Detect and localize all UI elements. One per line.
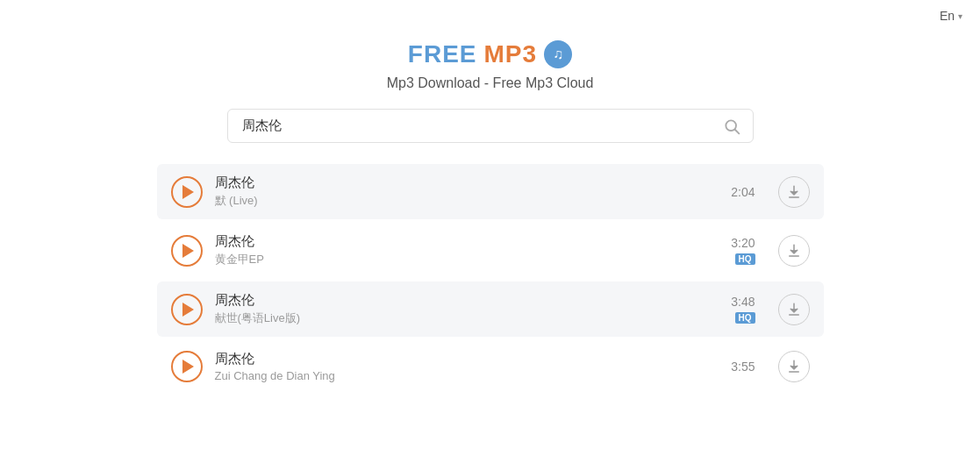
play-button[interactable] [171,176,203,208]
song-title: 周杰伦 [215,351,719,367]
logo-icon: ♫ [544,40,572,68]
song-meta: 3:20 HQ [731,236,755,265]
song-duration: 2:04 [731,185,755,199]
download-icon [786,184,802,200]
download-icon [786,359,802,374]
song-album: 默 (Live) [215,193,719,209]
song-album: Zui Chang de Dian Ying [215,369,719,382]
song-row: 周杰伦 Zui Chang de Dian Ying 3:55 [157,340,824,393]
song-duration: 3:55 [731,360,755,374]
hq-badge: HQ [735,253,755,265]
chevron-down-icon: ▾ [958,11,962,21]
play-button[interactable] [171,351,203,382]
download-icon [786,243,802,259]
play-icon [182,360,194,374]
song-info: 周杰伦 黄金甲EP [215,233,719,267]
play-button[interactable] [171,294,203,325]
hq-badge: HQ [735,312,755,324]
song-meta: 3:55 [731,360,755,374]
song-info: 周杰伦 默 (Live) [215,175,719,209]
music-icon: ♫ [553,46,563,62]
search-input[interactable] [228,110,711,142]
search-button[interactable] [711,110,753,142]
search-container [0,109,980,143]
song-duration: 3:48 [731,295,755,309]
header: FREEMP3 ♫ Mp3 Download - Free Mp3 Cloud [0,32,980,91]
song-row: 周杰伦 献世(粤语Live版) 3:48 HQ [157,281,824,337]
song-title: 周杰伦 [215,175,719,191]
download-button[interactable] [778,176,810,208]
song-meta: 3:48 HQ [731,295,755,324]
song-list: 周杰伦 默 (Live) 2:04 周杰伦 黄金甲EP [139,164,841,393]
download-button[interactable] [778,235,810,267]
logo-mp3-text: MP3 [484,40,538,68]
lang-label: En [940,9,955,23]
top-bar: En ▾ [0,0,980,32]
play-icon [182,244,194,258]
song-duration: 3:20 [731,236,755,250]
song-title: 周杰伦 [215,233,719,250]
song-row: 周杰伦 默 (Live) 2:04 [157,164,824,219]
logo: FREEMP3 ♫ [0,40,980,68]
play-button[interactable] [171,235,203,267]
play-icon [182,303,194,317]
logo-free-text: FREE [408,40,477,68]
language-selector[interactable]: En ▾ [940,9,962,23]
song-title: 周杰伦 [215,292,719,309]
svg-line-1 [734,129,739,133]
song-info: 周杰伦 献世(粤语Live版) [215,292,719,326]
download-button[interactable] [778,294,810,325]
download-icon [786,302,802,317]
search-bar [227,109,754,143]
song-meta: 2:04 [731,185,755,199]
song-row: 周杰伦 黄金甲EP 3:20 HQ [157,223,824,278]
search-icon [723,118,740,135]
song-album: 献世(粤语Live版) [215,310,719,326]
song-info: 周杰伦 Zui Chang de Dian Ying [215,351,719,382]
play-icon [182,185,194,199]
download-button[interactable] [778,351,810,382]
page-subtitle: Mp3 Download - Free Mp3 Cloud [0,75,980,91]
song-album: 黄金甲EP [215,252,719,267]
